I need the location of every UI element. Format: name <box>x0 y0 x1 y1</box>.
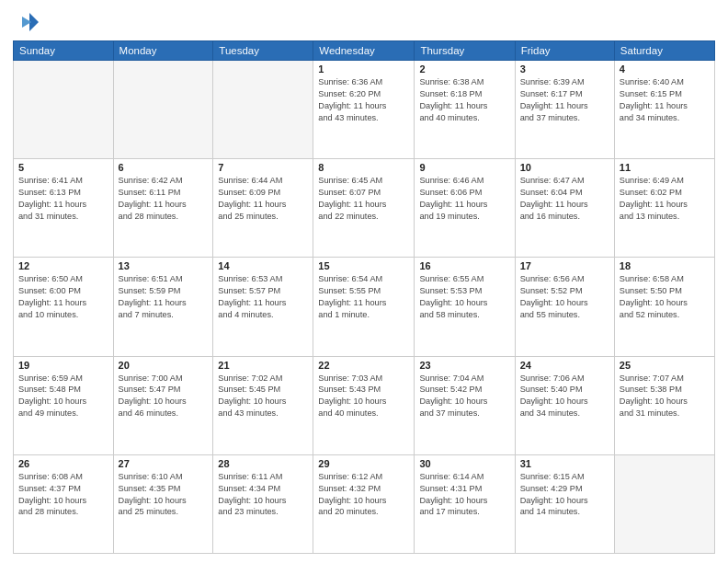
day-number: 17 <box>520 260 609 271</box>
day-number: 25 <box>620 360 710 371</box>
day-info: Sunrise: 6:38 AM Sunset: 6:18 PM Dayligh… <box>419 76 509 124</box>
calendar-cell: 18Sunrise: 6:58 AM Sunset: 5:50 PM Dayli… <box>614 258 714 356</box>
day-info: Sunrise: 7:00 AM Sunset: 5:47 PM Dayligh… <box>119 373 209 420</box>
day-info: Sunrise: 7:06 AM Sunset: 5:40 PM Dayligh… <box>520 373 609 420</box>
weekday-header-wednesday: Wednesday <box>313 41 415 61</box>
calendar-cell: 24Sunrise: 7:06 AM Sunset: 5:40 PM Dayli… <box>515 356 614 454</box>
day-info: Sunrise: 6:10 AM Sunset: 4:35 PM Dayligh… <box>119 471 209 519</box>
calendar-cell: 11Sunrise: 6:49 AM Sunset: 6:02 PM Dayli… <box>614 159 714 258</box>
day-number: 30 <box>419 458 509 469</box>
calendar-week-row: 12Sunrise: 6:50 AM Sunset: 6:00 PM Dayli… <box>14 258 715 356</box>
weekday-header-saturday: Saturday <box>614 41 714 61</box>
day-info: Sunrise: 6:56 AM Sunset: 5:52 PM Dayligh… <box>520 273 609 321</box>
calendar-cell: 3Sunrise: 6:39 AM Sunset: 6:17 PM Daylig… <box>515 61 614 159</box>
calendar-cell: 13Sunrise: 6:51 AM Sunset: 5:59 PM Dayli… <box>113 258 213 356</box>
weekday-header-friday: Friday <box>515 41 614 61</box>
day-info: Sunrise: 7:07 AM Sunset: 5:38 PM Dayligh… <box>620 373 710 420</box>
day-number: 31 <box>520 458 609 469</box>
day-info: Sunrise: 6:40 AM Sunset: 6:15 PM Dayligh… <box>620 76 710 124</box>
day-number: 27 <box>119 458 209 469</box>
weekday-header-sunday: Sunday <box>14 41 114 61</box>
day-info: Sunrise: 7:02 AM Sunset: 5:45 PM Dayligh… <box>218 373 308 420</box>
day-number: 8 <box>318 162 409 173</box>
calendar-week-row: 5Sunrise: 6:41 AM Sunset: 6:13 PM Daylig… <box>14 159 715 258</box>
logo <box>13 9 42 35</box>
day-number: 21 <box>218 360 308 371</box>
calendar-cell: 8Sunrise: 6:45 AM Sunset: 6:07 PM Daylig… <box>313 159 415 258</box>
page: SundayMondayTuesdayWednesdayThursdayFrid… <box>0 0 728 563</box>
calendar-cell: 28Sunrise: 6:11 AM Sunset: 4:34 PM Dayli… <box>213 454 313 553</box>
calendar-week-row: 1Sunrise: 6:36 AM Sunset: 6:20 PM Daylig… <box>14 61 715 159</box>
day-info: Sunrise: 6:08 AM Sunset: 4:37 PM Dayligh… <box>18 471 108 519</box>
day-info: Sunrise: 6:53 AM Sunset: 5:57 PM Dayligh… <box>218 273 308 321</box>
calendar-cell: 30Sunrise: 6:14 AM Sunset: 4:31 PM Dayli… <box>415 454 515 553</box>
day-info: Sunrise: 6:11 AM Sunset: 4:34 PM Dayligh… <box>218 471 308 519</box>
weekday-header-tuesday: Tuesday <box>213 41 313 61</box>
day-number: 28 <box>218 458 308 469</box>
day-number: 23 <box>419 360 509 371</box>
day-number: 13 <box>119 260 209 271</box>
calendar-cell <box>213 61 313 159</box>
calendar-cell <box>113 61 213 159</box>
day-info: Sunrise: 6:58 AM Sunset: 5:50 PM Dayligh… <box>620 273 710 321</box>
day-info: Sunrise: 6:41 AM Sunset: 6:13 PM Dayligh… <box>18 175 108 223</box>
day-number: 11 <box>620 162 710 173</box>
day-info: Sunrise: 7:03 AM Sunset: 5:43 PM Dayligh… <box>318 373 409 420</box>
day-info: Sunrise: 6:51 AM Sunset: 5:59 PM Dayligh… <box>119 273 209 321</box>
calendar-week-row: 19Sunrise: 6:59 AM Sunset: 5:48 PM Dayli… <box>14 356 715 454</box>
calendar-cell: 25Sunrise: 7:07 AM Sunset: 5:38 PM Dayli… <box>614 356 714 454</box>
calendar-cell: 17Sunrise: 6:56 AM Sunset: 5:52 PM Dayli… <box>515 258 614 356</box>
calendar-cell: 26Sunrise: 6:08 AM Sunset: 4:37 PM Dayli… <box>14 454 114 553</box>
calendar-cell: 1Sunrise: 6:36 AM Sunset: 6:20 PM Daylig… <box>313 61 415 159</box>
day-number: 16 <box>419 260 509 271</box>
calendar-cell: 16Sunrise: 6:55 AM Sunset: 5:53 PM Dayli… <box>415 258 515 356</box>
calendar-cell: 12Sunrise: 6:50 AM Sunset: 6:00 PM Dayli… <box>14 258 114 356</box>
day-number: 6 <box>119 162 209 173</box>
day-number: 4 <box>620 63 710 75</box>
calendar-cell: 4Sunrise: 6:40 AM Sunset: 6:15 PM Daylig… <box>614 61 714 159</box>
calendar-cell: 22Sunrise: 7:03 AM Sunset: 5:43 PM Dayli… <box>313 356 415 454</box>
day-info: Sunrise: 6:46 AM Sunset: 6:06 PM Dayligh… <box>419 175 509 223</box>
day-info: Sunrise: 6:59 AM Sunset: 5:48 PM Dayligh… <box>18 373 108 420</box>
calendar-cell: 29Sunrise: 6:12 AM Sunset: 4:32 PM Dayli… <box>313 454 415 553</box>
day-info: Sunrise: 6:54 AM Sunset: 5:55 PM Dayligh… <box>318 273 409 321</box>
weekday-header-thursday: Thursday <box>415 41 515 61</box>
day-info: Sunrise: 6:45 AM Sunset: 6:07 PM Dayligh… <box>318 175 409 223</box>
calendar-cell: 9Sunrise: 6:46 AM Sunset: 6:06 PM Daylig… <box>415 159 515 258</box>
day-number: 14 <box>218 260 308 271</box>
day-number: 3 <box>520 63 609 75</box>
day-number: 26 <box>18 458 108 469</box>
calendar-cell: 6Sunrise: 6:42 AM Sunset: 6:11 PM Daylig… <box>113 159 213 258</box>
calendar-cell: 10Sunrise: 6:47 AM Sunset: 6:04 PM Dayli… <box>515 159 614 258</box>
calendar-cell: 7Sunrise: 6:44 AM Sunset: 6:09 PM Daylig… <box>213 159 313 258</box>
calendar-week-row: 26Sunrise: 6:08 AM Sunset: 4:37 PM Dayli… <box>14 454 715 553</box>
calendar-table: SundayMondayTuesdayWednesdayThursdayFrid… <box>13 40 715 554</box>
day-number: 24 <box>520 360 609 371</box>
day-number: 1 <box>318 63 409 75</box>
day-number: 2 <box>419 63 509 75</box>
day-info: Sunrise: 6:36 AM Sunset: 6:20 PM Dayligh… <box>318 76 409 124</box>
calendar-cell <box>14 61 114 159</box>
day-number: 12 <box>18 260 108 271</box>
day-number: 20 <box>119 360 209 371</box>
calendar-cell: 21Sunrise: 7:02 AM Sunset: 5:45 PM Dayli… <box>213 356 313 454</box>
calendar-cell: 27Sunrise: 6:10 AM Sunset: 4:35 PM Dayli… <box>113 454 213 553</box>
day-number: 15 <box>318 260 409 271</box>
weekday-header-monday: Monday <box>113 41 213 61</box>
day-info: Sunrise: 6:55 AM Sunset: 5:53 PM Dayligh… <box>419 273 509 321</box>
day-info: Sunrise: 6:50 AM Sunset: 6:00 PM Dayligh… <box>18 273 108 321</box>
day-info: Sunrise: 6:49 AM Sunset: 6:02 PM Dayligh… <box>620 175 710 223</box>
day-info: Sunrise: 6:14 AM Sunset: 4:31 PM Dayligh… <box>419 471 509 519</box>
logo-icon <box>13 9 39 35</box>
day-info: Sunrise: 6:12 AM Sunset: 4:32 PM Dayligh… <box>318 471 409 519</box>
calendar-cell: 5Sunrise: 6:41 AM Sunset: 6:13 PM Daylig… <box>14 159 114 258</box>
day-number: 7 <box>218 162 308 173</box>
day-info: Sunrise: 6:15 AM Sunset: 4:29 PM Dayligh… <box>520 471 609 519</box>
day-info: Sunrise: 7:04 AM Sunset: 5:42 PM Dayligh… <box>419 373 509 420</box>
day-number: 18 <box>620 260 710 271</box>
calendar-cell: 15Sunrise: 6:54 AM Sunset: 5:55 PM Dayli… <box>313 258 415 356</box>
day-number: 22 <box>318 360 409 371</box>
day-info: Sunrise: 6:44 AM Sunset: 6:09 PM Dayligh… <box>218 175 308 223</box>
day-number: 29 <box>318 458 409 469</box>
calendar-cell: 2Sunrise: 6:38 AM Sunset: 6:18 PM Daylig… <box>415 61 515 159</box>
